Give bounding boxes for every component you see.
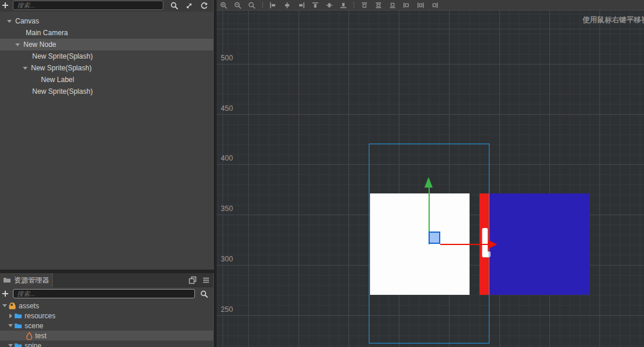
scene-canvas[interactable]: 使用鼠标右键平移视图 500 450 400 350 300 250 [217, 10, 644, 347]
chevron-down-icon[interactable] [7, 324, 14, 327]
align-middle-icon[interactable] [326, 2, 333, 9]
tab-assets-manager[interactable]: 资源管理器 [0, 273, 53, 287]
assets-toolbar [0, 287, 213, 301]
distribute-bottom-icon[interactable] [389, 2, 396, 9]
search-icon[interactable] [170, 2, 179, 10]
scene-toolbar [217, 0, 644, 10]
folder-icon [14, 342, 22, 347]
tree-row-canvas[interactable]: Canvas [0, 15, 213, 27]
assets-search-input[interactable] [13, 289, 195, 298]
ruler-tick: 400 [221, 154, 241, 162]
tree-row-sprite-2[interactable]: New Sprite(Splash) [0, 62, 213, 74]
chevron-down-icon[interactable] [22, 67, 29, 70]
gizmo-center-handle[interactable] [429, 232, 440, 244]
gizmo-x-axis[interactable] [440, 244, 489, 245]
distribute-left-icon[interactable] [403, 2, 410, 9]
node-label: Main Camera [26, 27, 68, 39]
tab-title: 资源管理器 [14, 275, 49, 285]
zoom-reset-icon[interactable] [248, 2, 256, 9]
refresh-icon[interactable] [200, 2, 208, 10]
distribute-top-icon[interactable] [361, 2, 368, 9]
asset-row-test[interactable]: test [0, 331, 213, 341]
gizmo-x-arrowhead-icon[interactable] [489, 240, 497, 249]
folder-icon [14, 322, 22, 330]
asset-row-scene[interactable]: scene [0, 321, 213, 331]
chevron-down-icon[interactable] [7, 344, 14, 347]
asset-label: assets [19, 302, 39, 310]
assets-root-icon [8, 302, 16, 310]
node-label: New Label [41, 74, 74, 86]
tree-row-new-node[interactable]: New Node [0, 39, 213, 50]
node-label: Canvas [15, 15, 39, 27]
add-node-icon[interactable] [1, 1, 9, 9]
assets-tree: assets resources scene test [0, 301, 213, 347]
tree-row-main-camera[interactable]: Main Camera [0, 27, 213, 39]
asset-label: scene [25, 322, 43, 330]
tree-row-sprite-3[interactable]: New Sprite(Splash) [0, 86, 213, 97]
distribute-center-icon[interactable] [417, 2, 424, 9]
ruler-tick: 450 [221, 104, 241, 113]
pan-hint-text: 使用鼠标右键平移视图 [583, 15, 644, 25]
distribute-right-icon[interactable] [431, 2, 439, 9]
ruler-tick: 300 [221, 255, 241, 263]
align-right-icon[interactable] [297, 2, 305, 9]
asset-label: test [35, 332, 46, 340]
zoom-out-icon[interactable] [234, 2, 242, 9]
gizmo-y-arrowhead-icon[interactable] [424, 177, 433, 188]
scene-file-icon [26, 332, 33, 340]
tree-row-new-label[interactable]: New Label [0, 74, 213, 86]
scene-view: 使用鼠标右键平移视图 500 450 400 350 300 250 [217, 0, 644, 347]
hierarchy-toolbar [0, 0, 213, 12]
menu-icon[interactable] [202, 276, 210, 284]
distribute-middle-icon[interactable] [375, 2, 382, 9]
asset-row-spine[interactable]: spine [0, 341, 213, 347]
search-icon[interactable] [200, 290, 208, 298]
asset-row-resources[interactable]: resources [0, 311, 213, 321]
node-label: New Node [23, 39, 56, 50]
popout-icon[interactable] [189, 276, 197, 284]
node-tree: Canvas Main Camera New Node New Sprite(S… [0, 15, 213, 97]
hierarchy-panel: Canvas Main Camera New Node New Sprite(S… [0, 0, 214, 270]
chevron-down-icon[interactable] [1, 304, 8, 307]
node-label: New Sprite(Splash) [32, 86, 93, 97]
folder-icon [14, 312, 22, 320]
asset-label: resources [25, 312, 56, 320]
folder-icon [3, 276, 11, 284]
asset-label: spine [25, 342, 42, 347]
blue-sprite[interactable] [489, 193, 590, 295]
ruler-tick: 500 [221, 54, 241, 62]
ruler-tick: 350 [221, 205, 241, 213]
zoom-in-icon[interactable] [220, 2, 228, 9]
chevron-right-icon[interactable] [7, 314, 14, 318]
node-label: New Sprite(Splash) [31, 62, 91, 74]
ruler-tick: 250 [221, 305, 241, 314]
node-label: New Sprite(Splash) [32, 50, 93, 62]
expand-icon[interactable] [185, 2, 193, 10]
hierarchy-search-input[interactable] [13, 1, 163, 10]
chevron-down-icon[interactable] [14, 43, 21, 46]
asset-row-assets[interactable]: assets [0, 301, 213, 311]
chevron-down-icon[interactable] [6, 20, 13, 23]
align-left-icon[interactable] [269, 2, 277, 9]
add-asset-icon[interactable] [1, 290, 9, 298]
align-center-horizontal-icon[interactable] [283, 2, 291, 9]
align-top-icon[interactable] [311, 2, 319, 9]
assets-panel: 资源管理器 [0, 273, 214, 347]
align-bottom-icon[interactable] [340, 2, 347, 9]
assets-tabstrip: 资源管理器 [0, 273, 213, 287]
tree-row-sprite-1[interactable]: New Sprite(Splash) [0, 50, 213, 62]
toolbar-separator [354, 2, 354, 8]
editor-window: Canvas Main Camera New Node New Sprite(S… [0, 0, 644, 347]
toolbar-separator [262, 2, 263, 8]
